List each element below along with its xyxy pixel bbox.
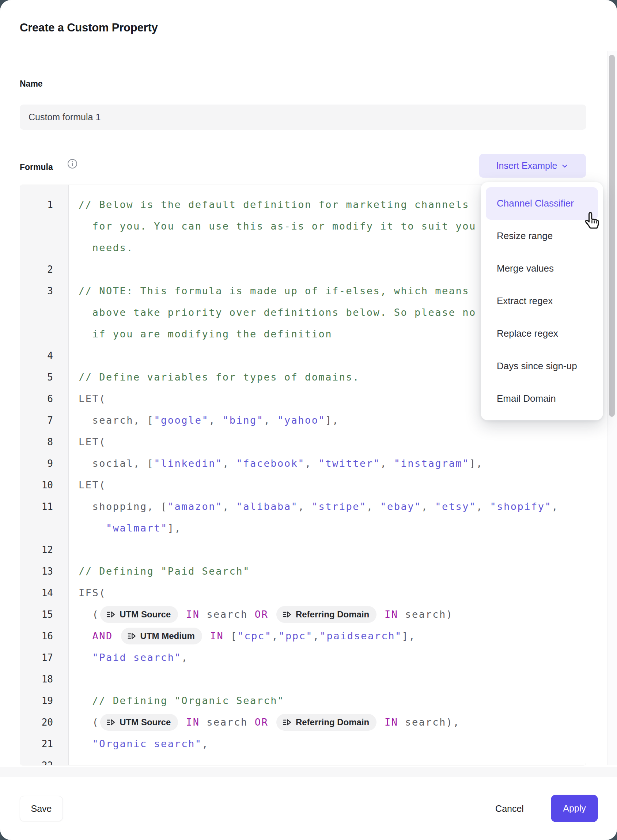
line-number: 11 bbox=[20, 501, 68, 512]
code-row: 15 (UTM Source IN search OR Referring Do… bbox=[20, 604, 586, 625]
code-line: // Defining "Organic Search" bbox=[68, 695, 284, 706]
code-line: AND UTM Medium IN ["cpc","ppc","paidsear… bbox=[68, 627, 416, 644]
code-line: if you are modifying the definition bbox=[68, 328, 332, 340]
code-string: "walmart" bbox=[78, 523, 168, 534]
code-keyword: IN bbox=[179, 608, 199, 620]
code-comment: for you. You can use this as-is or modif… bbox=[78, 220, 476, 232]
menu-item-merge-values[interactable]: Merge values bbox=[486, 252, 598, 285]
scrollbar-thumb[interactable] bbox=[609, 55, 615, 417]
code-line: "walmart"], bbox=[68, 523, 181, 534]
property-pill-referring-domain[interactable]: Referring Domain bbox=[276, 714, 376, 731]
line-number: 20 bbox=[20, 717, 68, 728]
property-icon bbox=[282, 610, 292, 619]
line-number: 16 bbox=[20, 630, 68, 642]
property-icon bbox=[106, 610, 115, 619]
menu-item-extract-regex[interactable]: Extract regex bbox=[486, 285, 598, 317]
code-string: "twitter" bbox=[318, 458, 380, 469]
code-text: IFS( bbox=[78, 587, 106, 598]
code-text: , bbox=[367, 501, 381, 512]
code-text: ], bbox=[168, 523, 182, 534]
code-string: "ppc" bbox=[279, 630, 313, 642]
code-text: search), bbox=[399, 716, 460, 728]
code-text: , bbox=[552, 501, 558, 512]
code-comment: above take priority over definitions bel… bbox=[78, 307, 476, 318]
code-line: LET( bbox=[68, 393, 106, 404]
code-string: "facebook" bbox=[236, 458, 305, 469]
code-comment: // Defining "Organic Search" bbox=[78, 695, 284, 706]
code-string: "bing" bbox=[223, 415, 264, 426]
insert-example-menu: Channel ClassifierResize rangeMerge valu… bbox=[481, 182, 603, 420]
insert-example-button[interactable]: Insert Example bbox=[479, 154, 586, 178]
code-line: (UTM Source IN search OR Referring Domai… bbox=[68, 714, 460, 731]
code-line: // NOTE: This formula is made up of if-e… bbox=[68, 285, 469, 297]
code-row: 13// Defining "Paid Search" bbox=[20, 560, 586, 582]
code-text: , bbox=[223, 501, 236, 512]
code-line: "Paid search", bbox=[68, 652, 188, 663]
insert-example-label: Insert Example bbox=[496, 161, 557, 171]
line-number: 14 bbox=[20, 588, 68, 598]
line-number: 13 bbox=[20, 566, 68, 577]
code-string: "shopify" bbox=[490, 501, 552, 512]
code-text: LET( bbox=[78, 436, 106, 447]
code-text: ], bbox=[402, 630, 416, 642]
code-row: 16 AND UTM Medium IN ["cpc","ppc","paids… bbox=[20, 625, 586, 647]
chevron-down-icon bbox=[561, 162, 569, 170]
info-icon[interactable] bbox=[67, 159, 77, 169]
property-icon bbox=[282, 717, 292, 727]
code-row: 19 // Defining "Organic Search" bbox=[20, 690, 586, 712]
page-title: Create a Custom Property bbox=[20, 21, 158, 34]
code-text: social, [ bbox=[78, 458, 154, 469]
code-string: "etsy" bbox=[435, 501, 476, 512]
line-number: 1 bbox=[20, 199, 68, 210]
code-keyword: IN bbox=[378, 716, 398, 728]
code-text: [ bbox=[224, 630, 238, 642]
cancel-button[interactable]: Cancel bbox=[484, 800, 535, 816]
code-keyword: IN bbox=[378, 608, 398, 620]
code-line: LET( bbox=[68, 436, 106, 447]
line-number: 21 bbox=[20, 738, 68, 749]
code-line: for you. You can use this as-is or modif… bbox=[68, 220, 476, 232]
code-line: needs. bbox=[68, 242, 133, 253]
property-icon bbox=[106, 717, 115, 727]
code-text: , bbox=[305, 458, 319, 469]
line-number: 22 bbox=[20, 760, 68, 766]
code-keyword: AND bbox=[78, 630, 113, 642]
code-line: above take priority over definitions bel… bbox=[68, 307, 476, 318]
code-row: 11 shopping, ["amazon", "alibaba", "stri… bbox=[20, 496, 586, 517]
menu-item-channel-classifier[interactable]: Channel Classifier bbox=[486, 187, 598, 220]
code-line: shopping, ["amazon", "alibaba", "stripe"… bbox=[68, 501, 558, 512]
code-string: "paidsearch" bbox=[320, 630, 402, 642]
line-number: 18 bbox=[20, 674, 68, 685]
menu-item-resize-range[interactable]: Resize range bbox=[486, 220, 598, 252]
line-number: 3 bbox=[20, 285, 68, 297]
footer-divider bbox=[0, 767, 617, 777]
menu-item-email-domain[interactable]: Email Domain bbox=[486, 382, 598, 415]
code-string: "Paid search" bbox=[78, 652, 181, 663]
menu-item-replace-regex[interactable]: Replace regex bbox=[486, 317, 598, 350]
name-label: Name bbox=[20, 79, 43, 89]
menu-item-days-since-sign-up[interactable]: Days since sign-up bbox=[486, 350, 598, 382]
code-keyword: IN bbox=[203, 630, 224, 642]
apply-button[interactable]: Apply bbox=[551, 795, 598, 822]
code-row: 12 bbox=[20, 539, 586, 560]
code-text: search, [ bbox=[78, 415, 154, 426]
code-text: , bbox=[202, 738, 209, 749]
code-row: "walmart"], bbox=[20, 517, 586, 539]
code-row: 10LET( bbox=[20, 474, 586, 496]
property-pill-utm-source[interactable]: UTM Source bbox=[100, 606, 178, 623]
property-pill-utm-source[interactable]: UTM Source bbox=[100, 714, 178, 731]
line-number: 12 bbox=[20, 544, 68, 555]
name-input[interactable] bbox=[20, 105, 586, 130]
property-pill-label: Referring Domain bbox=[296, 609, 369, 620]
code-text: , bbox=[223, 458, 236, 469]
property-pill-referring-domain[interactable]: Referring Domain bbox=[276, 606, 376, 623]
code-comment: // NOTE: This formula is made up of if-e… bbox=[78, 285, 469, 297]
code-text: , bbox=[313, 630, 320, 642]
line-number: 17 bbox=[20, 652, 68, 663]
code-comment: // Defining "Paid Search" bbox=[78, 565, 250, 577]
save-button[interactable]: Save bbox=[20, 796, 63, 821]
code-row: 20 (UTM Source IN search OR Referring Do… bbox=[20, 712, 586, 733]
code-string: "linkedin" bbox=[154, 458, 223, 469]
code-text: search bbox=[200, 716, 255, 728]
property-pill-utm-medium[interactable]: UTM Medium bbox=[121, 627, 202, 644]
